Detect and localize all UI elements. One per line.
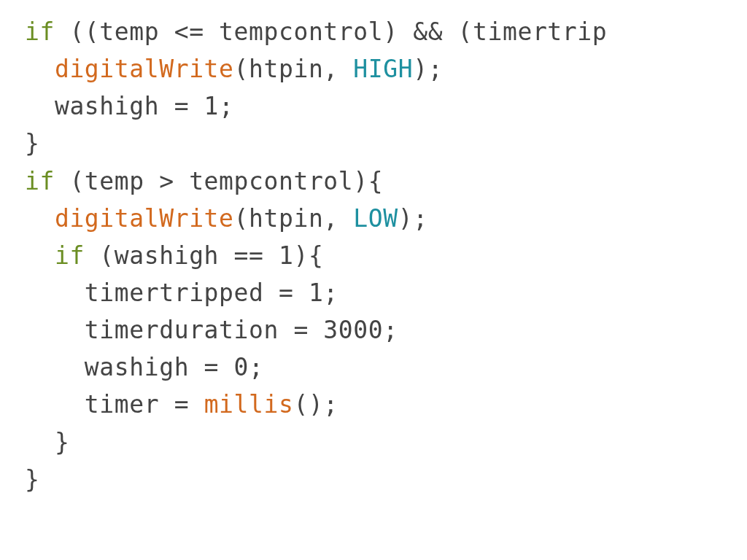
- code-token: (htpin,: [234, 55, 354, 83]
- code-token: HIGH: [353, 55, 413, 83]
- code-token: );: [413, 55, 443, 83]
- code-line: digitalWrite(htpin, HIGH);: [25, 55, 443, 83]
- code-token: LOW: [353, 204, 398, 233]
- code-line: }: [25, 428, 69, 456]
- code-token: ((temp <= tempcontrol) && (timertrip: [55, 18, 607, 46]
- code-line: if ((temp <= tempcontrol) && (timertrip: [25, 18, 607, 46]
- code-token: digitalWrite: [55, 55, 234, 83]
- code-line: timertripped = 1;: [25, 279, 338, 307]
- code-token: ();: [293, 390, 338, 419]
- code-line: timerduration = 3000;: [25, 316, 398, 344]
- code-token: millis: [204, 390, 294, 419]
- code-token: }: [25, 465, 39, 494]
- code-token: }: [25, 129, 39, 158]
- code-token: timertripped = 1;: [25, 279, 338, 307]
- code-line: timer = millis();: [25, 390, 338, 419]
- code-token: );: [398, 204, 428, 233]
- code-token: (washigh == 1){: [85, 241, 323, 270]
- code-line: }: [25, 129, 39, 158]
- code-token: if: [55, 241, 85, 270]
- code-token: washigh = 0;: [25, 353, 263, 381]
- code-line: if (temp > tempcontrol){: [25, 167, 383, 195]
- code-token: timerduration = 3000;: [25, 316, 398, 344]
- code-token: [25, 204, 55, 233]
- code-line: digitalWrite(htpin, LOW);: [25, 204, 428, 233]
- code-token: (htpin,: [234, 204, 354, 233]
- code-token: [25, 241, 55, 270]
- code-token: (temp > tempcontrol){: [55, 167, 383, 195]
- code-token: [25, 55, 55, 83]
- code-token: if: [25, 167, 55, 195]
- code-block: if ((temp <= tempcontrol) && (timertrip …: [0, 0, 747, 498]
- code-token: timer =: [25, 390, 204, 419]
- code-line: washigh = 1;: [25, 92, 234, 120]
- code-token: if: [25, 18, 55, 46]
- code-line: if (washigh == 1){: [25, 241, 323, 270]
- code-line: washigh = 0;: [25, 353, 263, 381]
- code-token: }: [25, 428, 69, 456]
- code-token: digitalWrite: [55, 204, 234, 233]
- code-line: }: [25, 465, 39, 494]
- code-token: washigh = 1;: [25, 92, 234, 120]
